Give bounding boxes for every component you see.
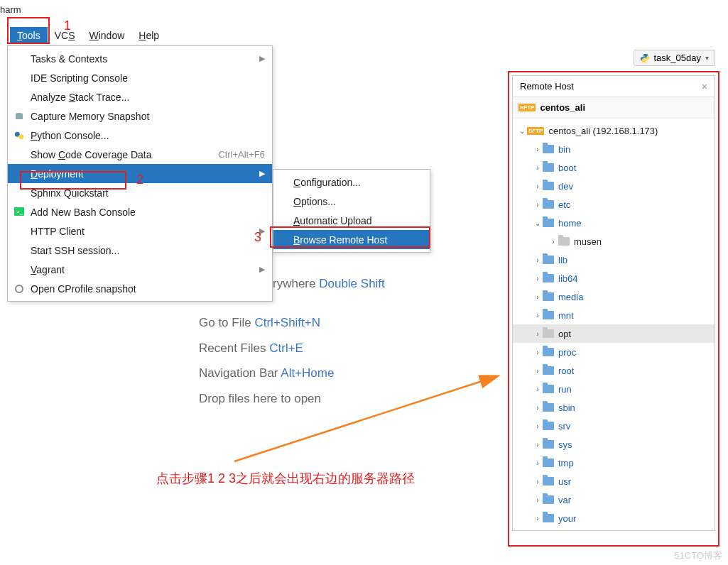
menu-item-label: Start SSH session...: [31, 245, 265, 256]
tree-node-media[interactable]: ›media: [513, 287, 715, 306]
submenu-item-options-[interactable]: Options...: [273, 192, 430, 211]
submenu-arrow-icon: ▶: [259, 54, 265, 63]
menu-item-show-code-coverage-data[interactable]: Show Code Coverage DataCtrl+Alt+F6: [8, 145, 272, 164]
menu-item-python-console-[interactable]: Python Console...: [8, 126, 272, 145]
tree-root[interactable]: ⌄ SFTP centos_ali (192.168.1.173): [513, 121, 715, 140]
submenu-item-automatic-upload[interactable]: Automatic Upload: [273, 211, 430, 230]
twisty-closed-icon[interactable]: ›: [533, 478, 543, 486]
annotation-num-1: 1: [64, 18, 71, 33]
twisty-open-icon[interactable]: ⌄: [517, 127, 527, 135]
tree-node-label: var: [558, 495, 571, 505]
folder-icon: [543, 477, 554, 486]
tree-node-sbin[interactable]: ›sbin: [513, 398, 715, 417]
twisty-closed-icon[interactable]: ›: [548, 238, 558, 246]
tree-node-lib64[interactable]: ›lib64: [513, 269, 715, 287]
menu-item-http-client[interactable]: HTTP Client▶: [8, 221, 272, 241]
menu-item-label: Python Console...: [31, 130, 265, 141]
remote-host-tab[interactable]: Remote Host ×: [513, 76, 715, 97]
main-menubar: Tools VCS Window Help: [0, 26, 728, 45]
run-config-selector[interactable]: task_05day ▾: [634, 50, 716, 66]
twisty-closed-icon[interactable]: ›: [533, 201, 543, 209]
tree-node-bin[interactable]: ›bin: [513, 140, 715, 158]
folder-icon: [543, 292, 554, 301]
twisty-closed-icon[interactable]: ›: [533, 496, 543, 504]
tree-node-srv[interactable]: ›srv: [513, 417, 715, 435]
tree-node-var[interactable]: ›var: [513, 490, 715, 509]
submenu-item-configuration-[interactable]: Configuration...: [273, 172, 430, 192]
menu-item-capture-memory-snapshot[interactable]: Capture Memory Snapshot: [8, 106, 272, 126]
tree-node-root[interactable]: ›root: [513, 361, 715, 380]
tree-node-home[interactable]: ⌄home: [513, 214, 715, 232]
tree-node-mnt[interactable]: ›mnt: [513, 306, 715, 324]
folder-icon: [543, 514, 554, 522]
menu-item-label: Show Code Coverage Data: [31, 149, 218, 160]
menu-tools[interactable]: Tools: [10, 27, 48, 44]
twisty-closed-icon[interactable]: ›: [533, 441, 543, 449]
tree-node-lib[interactable]: ›lib: [513, 251, 715, 269]
menu-item-label: Add New Bash Console: [31, 207, 265, 218]
twisty-closed-icon[interactable]: ›: [533, 164, 543, 172]
menu-item-ide-scripting-console[interactable]: IDE Scripting Console: [8, 68, 272, 87]
menu-item-start-ssh-session-[interactable]: Start SSH session...: [8, 241, 272, 260]
folder-icon: [543, 182, 554, 190]
menu-item-add-new-bash-console[interactable]: >_Add New Bash Console: [8, 202, 272, 221]
python-icon: [640, 53, 650, 63]
tree-node-proc[interactable]: ›proc: [513, 343, 715, 361]
folder-icon: [543, 200, 554, 209]
twisty-closed-icon[interactable]: ›: [533, 404, 543, 412]
twisty-closed-icon[interactable]: ›: [533, 182, 543, 190]
tree-node-label: root: [558, 366, 574, 376]
blank-icon: [12, 264, 26, 275]
twisty-closed-icon[interactable]: ›: [533, 422, 543, 430]
remote-server-header[interactable]: SFTP centos_ali: [513, 97, 715, 119]
folder-icon: [543, 256, 554, 264]
menu-item-analyze-stack-trace-[interactable]: Analyze Stack Trace...: [8, 87, 272, 106]
close-icon[interactable]: ×: [702, 81, 707, 92]
tree-node-opt[interactable]: ›opt: [513, 324, 715, 343]
run-config-label: task_05day: [654, 53, 702, 63]
toolbar-right: task_05day ▾: [634, 50, 716, 66]
twisty-closed-icon[interactable]: ›: [533, 256, 543, 264]
watermark: 51CTO博客: [674, 549, 722, 562]
folder-icon: [558, 237, 570, 246]
folder-icon: [543, 163, 554, 172]
blank-icon: [12, 92, 26, 103]
menu-help[interactable]: Help: [131, 27, 166, 44]
tree-node-etc[interactable]: ›etc: [513, 195, 715, 214]
twisty-closed-icon[interactable]: ›: [533, 459, 543, 467]
tree-node-label: mnt: [558, 310, 574, 321]
annotation-num-2: 2: [136, 172, 143, 187]
tree-node-label: boot: [558, 163, 576, 173]
twisty-closed-icon[interactable]: ›: [533, 312, 543, 319]
tree-node-label: etc: [558, 199, 570, 210]
twisty-closed-icon[interactable]: ›: [533, 146, 543, 153]
tree-node-usr[interactable]: ›usr: [513, 472, 715, 490]
twisty-closed-icon[interactable]: ›: [533, 515, 543, 522]
twisty-closed-icon[interactable]: ›: [533, 349, 543, 356]
menu-item-tasks-contexts[interactable]: Tasks & Contexts▶: [8, 49, 272, 68]
twisty-closed-icon[interactable]: ›: [533, 330, 543, 338]
tree-node-your[interactable]: ›your: [513, 509, 715, 527]
tree-node-run[interactable]: ›run: [513, 380, 715, 398]
folder-icon: [543, 274, 554, 282]
tree-node-tmp[interactable]: ›tmp: [513, 454, 715, 472]
tree-node-musen[interactable]: ›musen: [513, 232, 715, 251]
svg-rect-3: [16, 114, 23, 119]
twisty-open-icon[interactable]: ⌄: [533, 219, 543, 227]
tree-node-sys[interactable]: ›sys: [513, 435, 715, 454]
term-icon: >_: [12, 207, 26, 218]
tree-node-label: sys: [558, 439, 572, 450]
menu-window[interactable]: Window: [82, 27, 131, 44]
folder-icon: [543, 422, 554, 430]
twisty-closed-icon[interactable]: ›: [533, 293, 543, 301]
menu-item-label: IDE Scripting Console: [31, 72, 265, 84]
tree-node-dev[interactable]: ›dev: [513, 177, 715, 195]
menu-item-open-cprofile-snapshot[interactable]: Open CProfile snapshot: [8, 279, 272, 298]
submenu-item-browse-remote-host[interactable]: Browse Remote Host: [273, 230, 430, 249]
menu-shortcut: Ctrl+Alt+F6: [218, 149, 265, 160]
menu-item-vagrant[interactable]: Vagrant▶: [8, 260, 272, 279]
twisty-closed-icon[interactable]: ›: [533, 385, 543, 393]
twisty-closed-icon[interactable]: ›: [533, 275, 543, 282]
twisty-closed-icon[interactable]: ›: [533, 367, 543, 375]
tree-node-boot[interactable]: ›boot: [513, 158, 715, 177]
